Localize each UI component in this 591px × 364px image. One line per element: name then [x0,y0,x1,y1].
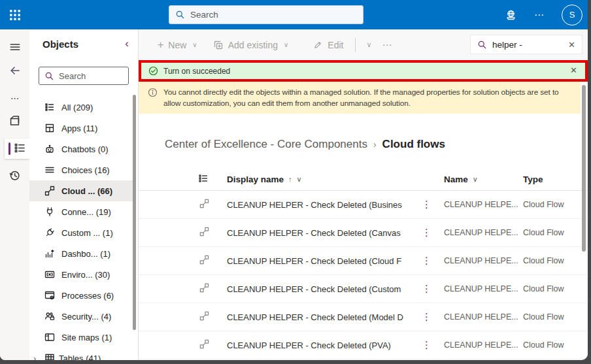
top-header: ⋯ S [0,0,588,29]
objects-search-box[interactable] [39,67,129,85]
cloud-flow-icon [198,199,227,211]
global-search-input[interactable] [190,10,341,20]
objects-item-security-roles[interactable]: Security... (4) [29,306,134,327]
expand-chevron-icon[interactable]: › [33,354,41,361]
objects-list: All (209) Apps (11) Chatbots (0) Choices… [29,97,134,360]
item-label: Site maps (1) [61,333,112,342]
command-overflow-button[interactable]: ⋯ [382,39,392,51]
objects-item-apps[interactable]: Apps (11) [29,118,134,139]
objects-item-choices[interactable]: Choices (16) [29,159,134,180]
nav-menu-button[interactable] [0,37,29,58]
add-existing-button[interactable]: Add existing ∨ [213,40,289,50]
objects-item-custom-connectors[interactable]: Custom ... (1) [29,222,134,243]
column-header-type[interactable]: Type [523,174,588,184]
rail-solutions-button[interactable] [0,110,29,131]
objects-item-cloud-flows[interactable]: Cloud ... (66) [29,180,134,201]
cell-display-name[interactable]: CLEANUP HELPER - Check Deleted (Canvas [227,228,416,238]
account-avatar[interactable]: S [562,5,583,25]
cell-display-name[interactable]: CLEANUP HELPER - Check Deleted (Busines [227,200,416,210]
row-overflow-button[interactable]: ⋮ [416,255,444,267]
command-bar: + New ∨ Add existing ∨ Edit ∨ ⋯ [139,29,588,60]
breadcrumb-parent-link[interactable]: Center of Excellence - Core Components [165,138,367,151]
rail-history-button[interactable] [0,165,29,186]
info-banner: You cannot directly edit the objects wit… [139,82,581,114]
panel-collapse-button[interactable]: ‹ [125,37,129,50]
new-button[interactable]: + New ∨ [158,39,197,51]
edit-button[interactable]: Edit [313,40,343,50]
objects-item-processes[interactable]: Processes (6) [29,285,134,306]
search-icon [175,10,185,20]
objects-item-site-maps[interactable]: Site maps (1) [29,327,134,348]
cell-name: CLEANUP HELPE... [444,340,523,350]
environment-icon[interactable] [505,8,517,21]
view-search-input[interactable] [492,40,564,50]
back-arrow-icon [9,65,21,76]
row-overflow-button[interactable]: ⋮ [416,199,444,210]
cloud-flow-icon [198,255,227,267]
main-scrollbar[interactable] [582,85,586,252]
process-icon [44,290,55,301]
rail-objects-button[interactable] [5,139,29,159]
custom-connector-icon [44,227,55,238]
item-label: Chatbots (0) [61,144,109,154]
connection-icon [44,207,55,217]
history-icon [8,169,21,182]
cloud-flow-icon [198,339,227,352]
table-row[interactable]: CLEANUP HELPER - Check Deleted (Cloud F … [139,247,588,275]
cell-display-name[interactable]: CLEANUP HELPER - Check Deleted (PVA) [227,340,416,350]
table-row[interactable]: CLEANUP HELPER - Check Deleted (Custom ⋮… [139,275,588,303]
app-launcher-button[interactable] [0,0,30,29]
new-button-label: New [168,40,186,50]
row-type-icon[interactable] [198,173,227,186]
plus-icon: + [158,39,163,51]
table-row[interactable]: CLEANUP HELPER - Check Deleted (Canvas ⋮… [139,219,588,247]
dismiss-success-button[interactable]: ✕ [570,65,577,75]
add-existing-icon [213,40,224,50]
column-header-display-name[interactable]: Display name ↑ ∨ [227,174,416,184]
row-overflow-button[interactable]: ⋮ [416,227,444,239]
back-button[interactable] [0,60,29,81]
panel-scrollbar[interactable] [133,95,136,330]
objects-item-chatbots[interactable]: Chatbots (0) [29,139,134,159]
table-icon [44,353,55,360]
objects-item-environment-variables[interactable]: Enviro... (30) [29,264,134,285]
objects-item-tables[interactable]: › Tables (41) [29,348,134,360]
clear-search-button[interactable]: ✕ [568,40,575,50]
settings-more-button[interactable]: ⋯ [534,9,545,21]
table-row[interactable]: CLEANUP HELPER - Check Deleted (Model D … [139,303,588,331]
security-icon [44,311,55,322]
row-overflow-button[interactable]: ⋮ [416,283,444,295]
objects-item-connections[interactable]: Conne... (19) [29,201,134,222]
item-label: Processes (6) [61,291,114,301]
item-label: Enviro... (30) [61,270,110,280]
column-label: Display name [227,174,284,184]
column-header-name[interactable]: Name ∨ [444,174,523,184]
table-row[interactable]: CLEANUP HELPER - Check Deleted (Busines … [139,191,588,219]
objects-item-all[interactable]: All (209) [29,97,134,118]
cell-type: Cloud Flow [523,200,588,209]
cell-display-name[interactable]: CLEANUP HELPER - Check Deleted (Cloud F [227,256,416,266]
row-overflow-button[interactable]: ⋮ [416,311,444,323]
chevron-down-icon: ∨ [297,175,302,184]
search-icon [44,71,54,81]
item-label: Apps (11) [61,124,97,133]
chevron-left-icon: ‹ [125,37,129,50]
rail-more-button[interactable]: ⋯ [0,88,29,108]
choices-icon [44,165,55,175]
edit-split-chevron[interactable]: ∨ [365,41,371,49]
cloud-flow-icon [198,311,227,323]
cell-name: CLEANUP HELPE... [444,312,523,322]
global-search-box[interactable] [169,5,363,24]
cell-name: CLEANUP HELPE... [444,200,523,209]
objects-search-input[interactable] [59,71,121,81]
cell-display-name[interactable]: CLEANUP HELPER - Check Deleted (Model D [227,312,416,322]
objects-item-dashboards[interactable]: Dashbo... (1) [29,243,134,264]
row-overflow-button[interactable]: ⋮ [416,339,444,351]
view-search-box[interactable]: ✕ [470,35,583,54]
objects-panel: Objects ‹ All (209) Apps (11) [29,29,139,360]
cell-name: CLEANUP HELPE... [444,284,523,293]
app-window: ⋯ S ⋯ [0,0,588,360]
avatar-initial: S [569,10,575,20]
cell-display-name[interactable]: CLEANUP HELPER - Check Deleted (Custom [227,284,416,294]
table-row[interactable]: CLEANUP HELPER - Check Deleted (PVA) ⋮ C… [139,331,588,359]
